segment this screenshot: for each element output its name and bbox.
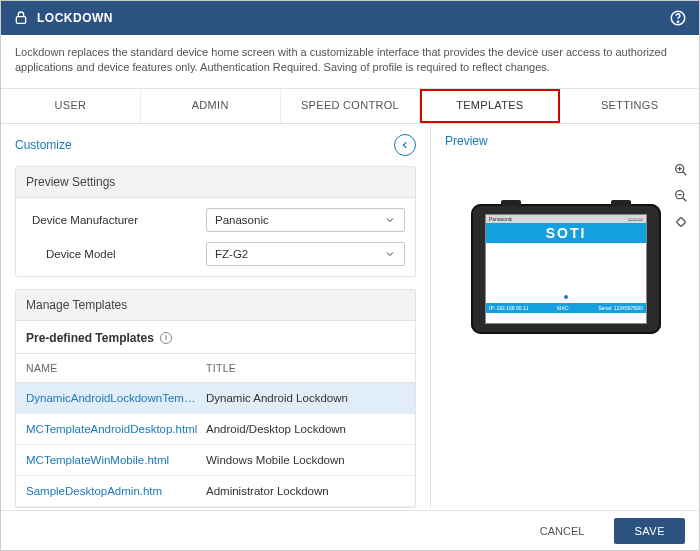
manage-templates-header: Manage Templates [16, 290, 415, 321]
save-button[interactable]: SAVE [614, 518, 685, 544]
tab-templates[interactable]: TEMPLATES [420, 89, 560, 123]
dialog-title: LOCKDOWN [37, 11, 113, 25]
template-title: Dynamic Android Lockdown [206, 392, 405, 404]
manufacturer-select[interactable]: Panasonic [206, 208, 405, 232]
column-title: TITLE [206, 362, 405, 374]
template-title: Android/Desktop Lockdown [206, 423, 405, 435]
chevron-down-icon [384, 214, 396, 226]
customize-panel: Customize Preview Settings Device Manufa… [1, 124, 431, 509]
template-name: SampleDesktopAdmin.htm [26, 485, 206, 497]
template-name: DynamicAndroidLockdownTemplate.… [26, 392, 206, 404]
device-status-icons: ▭▭▭ [628, 216, 643, 222]
serial-label: Serial: [598, 305, 612, 311]
dialog-footer: CANCEL SAVE [1, 510, 699, 550]
model-label: Device Model [26, 248, 206, 260]
tab-bar: USER ADMIN SPEED CONTROL TEMPLATES SETTI… [1, 89, 699, 124]
zoom-in-icon[interactable] [673, 162, 689, 178]
info-icon[interactable]: i [160, 332, 172, 344]
tab-settings[interactable]: SETTINGS [560, 89, 699, 123]
model-value: FZ-G2 [215, 248, 248, 260]
cancel-button[interactable]: CANCEL [520, 518, 605, 544]
customize-title: Customize [15, 138, 72, 152]
templates-table-header: NAME TITLE [16, 354, 415, 383]
preview-title: Preview [445, 134, 488, 148]
template-name: MCTemplateAndroidDesktop.html [26, 423, 206, 435]
svg-rect-0 [16, 17, 25, 24]
manage-templates-section: Manage Templates Pre-defined Templates i… [15, 289, 416, 508]
manufacturer-value: Panasonic [215, 214, 269, 226]
preview-settings-section: Preview Settings Device Manufacturer Pan… [15, 166, 416, 277]
rotate-icon[interactable] [673, 214, 689, 230]
table-row[interactable]: MCTemplateAndroidDesktop.html Android/De… [16, 414, 415, 445]
zoom-out-icon[interactable] [673, 188, 689, 204]
table-row[interactable]: DynamicAndroidLockdownTemplate.… Dynamic… [16, 383, 415, 414]
screen-brand: SOTI [486, 223, 646, 243]
device-screen: Panasonic ▭▭▭ SOTI IP: 192.168.00.11 MAC… [485, 214, 647, 324]
tab-user[interactable]: USER [1, 89, 141, 123]
template-name: MCTemplateWinMobile.html [26, 454, 206, 466]
tab-speed-control[interactable]: SPEED CONTROL [281, 89, 421, 123]
chevron-left-icon [400, 140, 410, 150]
predefined-templates-label: Pre-defined Templates [26, 331, 154, 345]
page-indicator-dot [564, 295, 568, 299]
chevron-down-icon [384, 248, 396, 260]
help-icon[interactable] [669, 9, 687, 27]
device-brand-label: Panasonic [489, 216, 512, 222]
dialog-description: Lockdown replaces the standard device ho… [1, 35, 699, 89]
serial-value: 1234567890! [614, 305, 643, 311]
device-mockup: Panasonic ▭▭▭ SOTI IP: 192.168.00.11 MAC… [471, 204, 661, 334]
template-title: Windows Mobile Lockdown [206, 454, 405, 466]
model-select[interactable]: FZ-G2 [206, 242, 405, 266]
preview-settings-header: Preview Settings [16, 167, 415, 198]
svg-point-2 [677, 21, 678, 22]
mac-label: MAC: [557, 305, 570, 311]
preview-panel: Preview Panasonic ▭▭▭ SOTI IP: 192.168.0… [431, 124, 699, 509]
lock-icon [13, 10, 29, 26]
tab-admin[interactable]: ADMIN [141, 89, 281, 123]
manufacturer-label: Device Manufacturer [26, 214, 206, 226]
template-title: Administrator Lockdown [206, 485, 405, 497]
collapse-left-button[interactable] [394, 134, 416, 156]
svg-rect-5 [676, 217, 685, 226]
column-name: NAME [26, 362, 206, 374]
table-row[interactable]: SampleDesktopAdmin.htm Administrator Loc… [16, 476, 415, 507]
ip-label: IP: 192.168.00.11 [489, 305, 528, 311]
table-row[interactable]: MCTemplateWinMobile.html Windows Mobile … [16, 445, 415, 476]
dialog-header: LOCKDOWN [1, 1, 699, 35]
